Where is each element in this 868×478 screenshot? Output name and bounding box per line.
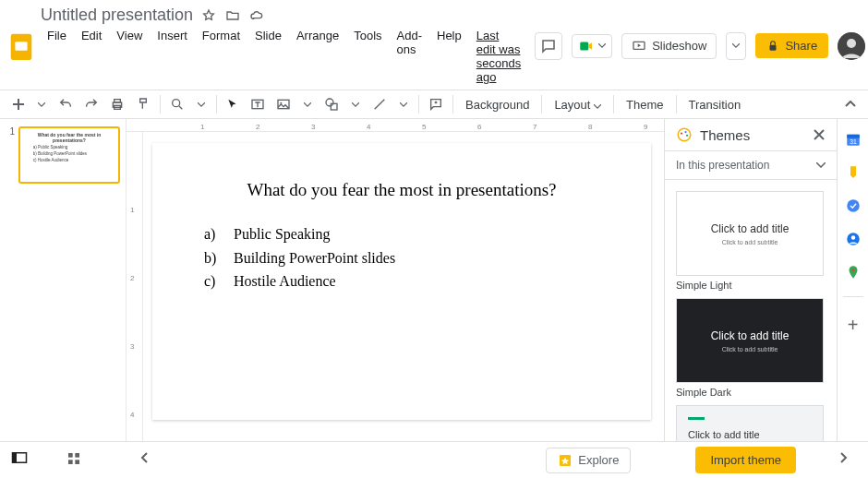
menu-help[interactable]: Help (430, 27, 468, 86)
line-tool[interactable] (368, 93, 392, 115)
svg-rect-29 (68, 453, 73, 458)
zoom-caret[interactable] (191, 93, 211, 115)
shape-tool[interactable] (319, 93, 344, 115)
paint-format-button[interactable] (131, 93, 155, 115)
theme-simple-dark[interactable]: Click to add title Click to add subtitle (676, 298, 824, 383)
svg-rect-28 (13, 452, 18, 462)
layout-button[interactable]: Layout (547, 95, 609, 114)
menu-format[interactable]: Format (196, 27, 247, 86)
themes-section-toggle[interactable]: In this presentation (665, 150, 837, 180)
svg-point-25 (850, 235, 855, 240)
menubar: File Edit View Insert Format Slide Arran… (41, 27, 527, 86)
svg-point-14 (326, 99, 333, 106)
menu-file[interactable]: File (41, 27, 73, 86)
contacts-icon[interactable] (844, 230, 862, 248)
explore-button[interactable]: Explore (546, 448, 631, 473)
svg-point-16 (678, 128, 691, 141)
import-theme-button[interactable]: Import theme (695, 447, 796, 473)
svg-rect-8 (115, 100, 121, 102)
svg-point-17 (681, 132, 682, 134)
side-addon-panel: 31 + (837, 119, 868, 478)
close-icon[interactable] (813, 128, 826, 141)
bottom-bar: Explore Import theme (0, 441, 868, 478)
svg-rect-1 (15, 42, 27, 50)
thumbnail-panel: 1 What do you fear the most in presentat… (0, 119, 127, 478)
menu-slide[interactable]: Slide (248, 27, 288, 86)
svg-point-18 (684, 131, 686, 133)
background-button[interactable]: Background (458, 95, 536, 114)
collapse-filmstrip-icon[interactable] (140, 451, 159, 470)
star-icon[interactable] (200, 7, 217, 24)
svg-rect-30 (75, 453, 79, 458)
maps-icon[interactable] (844, 263, 862, 281)
show-sidepanel-icon[interactable] (838, 451, 857, 470)
comment-tool[interactable] (424, 93, 448, 115)
keep-icon[interactable] (844, 163, 862, 182)
line-caret[interactable] (393, 93, 414, 115)
horizontal-ruler: 1 2 3 4 5 6 7 8 9 (127, 119, 664, 132)
slideshow-button[interactable]: Slideshow (621, 33, 717, 59)
menu-insert[interactable]: Insert (151, 27, 194, 86)
select-tool[interactable] (222, 93, 244, 115)
toolbar: Background Layout Theme Transition (0, 90, 868, 119)
zoom-button[interactable] (165, 93, 189, 115)
tasks-icon[interactable] (844, 197, 862, 215)
filmstrip-view-icon[interactable] (11, 451, 30, 470)
print-button[interactable] (105, 93, 129, 115)
image-caret[interactable] (297, 93, 318, 115)
addons-plus-icon[interactable]: + (844, 316, 862, 334)
image-tool[interactable] (271, 93, 295, 115)
grid-view-icon[interactable] (66, 451, 85, 470)
last-edit-link[interactable]: Last edit was seconds ago (470, 27, 527, 86)
thumbnail-number: 1 (6, 126, 15, 184)
svg-point-19 (686, 135, 688, 137)
svg-point-26 (851, 269, 854, 271)
menu-tools[interactable]: Tools (347, 27, 388, 86)
theme-simple-light[interactable]: Click to add title Click to add subtitle (676, 191, 824, 276)
meet-button[interactable] (572, 34, 612, 58)
themes-title: Themes (700, 127, 750, 143)
themes-icon (676, 126, 693, 143)
calendar-icon[interactable]: 31 (844, 130, 862, 149)
svg-rect-32 (75, 460, 79, 464)
new-slide-button[interactable] (7, 93, 30, 115)
themes-panel: Themes In this presentation Click to add… (664, 119, 837, 478)
svg-rect-4 (770, 44, 777, 50)
menu-view[interactable]: View (110, 27, 149, 86)
slide-title-text[interactable]: What do you fear the most in presentatio… (180, 180, 623, 200)
shape-caret[interactable] (345, 93, 366, 115)
cloud-status-icon[interactable] (248, 7, 265, 24)
transition-button[interactable]: Transition (681, 95, 749, 114)
slideshow-dropdown[interactable] (726, 32, 746, 60)
doc-title[interactable]: Untitled presentation (41, 6, 193, 25)
menu-addons[interactable]: Add-ons (391, 27, 428, 86)
slide-body-list[interactable]: a)Public Speaking b)Building PowerPoint … (180, 222, 623, 293)
collapse-toolbar-button[interactable] (840, 93, 861, 115)
menu-arrange[interactable]: Arrange (290, 27, 345, 86)
move-folder-icon[interactable] (224, 7, 241, 24)
theme-button[interactable]: Theme (619, 95, 670, 114)
textbox-tool[interactable] (246, 93, 270, 115)
vertical-ruler: 1 2 3 4 (127, 132, 143, 478)
svg-point-23 (847, 199, 860, 212)
svg-rect-31 (68, 460, 73, 464)
svg-point-10 (173, 100, 180, 107)
share-button[interactable]: Share (755, 33, 828, 58)
svg-point-6 (847, 39, 856, 48)
comments-button[interactable] (535, 32, 562, 60)
slide-thumbnail[interactable]: What do you fear the most in presentatio… (18, 126, 120, 184)
undo-button[interactable] (54, 93, 78, 115)
redo-button[interactable] (79, 93, 103, 115)
svg-rect-2 (580, 42, 588, 50)
menu-edit[interactable]: Edit (75, 27, 108, 86)
slide-canvas[interactable]: What do you fear the most in presentatio… (152, 143, 651, 420)
svg-rect-15 (331, 103, 337, 110)
new-slide-caret[interactable] (31, 93, 52, 115)
account-avatar[interactable] (838, 32, 865, 60)
svg-text:31: 31 (850, 138, 857, 145)
slides-logo[interactable] (9, 31, 33, 61)
